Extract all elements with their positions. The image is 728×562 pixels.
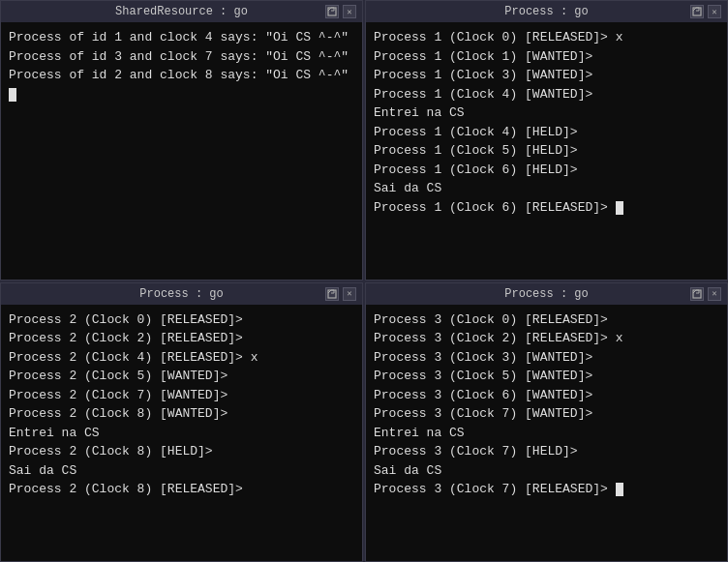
terminal-cursor — [616, 201, 623, 215]
terminal-line: Sai da CS — [374, 179, 719, 198]
terminal-line: Process 2 (Clock 8) [WANTED]> — [9, 404, 354, 424]
terminal-line: Process 3 (Clock 7) [WANTED]> — [374, 404, 719, 424]
close-button-shared-resource[interactable]: ✕ — [343, 5, 356, 18]
terminal-line: Process of id 1 and clock 4 says: "Oi CS… — [9, 28, 354, 47]
title-text-process1: Process : go — [374, 5, 719, 18]
terminal-line: Process 1 (Clock 6) [RELEASED]> — [374, 198, 719, 218]
terminal-panel-shared-resource: SharedResource : go✕Process of id 1 and … — [0, 0, 363, 281]
close-button-process2[interactable]: ✕ — [343, 287, 356, 301]
terminal-line: Sai da CS — [9, 461, 354, 481]
terminal-cursor — [616, 483, 623, 496]
titlebar-process1: Process : go✕ — [366, 1, 727, 22]
close-button-process3[interactable]: ✕ — [708, 287, 721, 301]
terminal-line: Process 2 (Clock 7) [WANTED]> — [9, 386, 354, 405]
terminal-line: Process 3 (Clock 6) [WANTED]> — [374, 386, 719, 405]
maximize-button-shared-resource[interactable] — [325, 5, 339, 18]
terminal-line: Process 3 (Clock 7) [RELEASED]> — [374, 480, 719, 499]
terminal-line: Sai da CS — [374, 461, 719, 481]
terminal-line: Process 1 (Clock 1) [WANTED]> — [374, 47, 719, 67]
terminal-cursor-line — [9, 85, 354, 104]
panel-controls-process2: ✕ — [325, 287, 356, 301]
panel-controls-process1: ✕ — [690, 5, 721, 18]
title-text-process2: Process : go — [9, 287, 354, 301]
terminal-line: Process 2 (Clock 2) [RELEASED]> — [9, 329, 354, 348]
terminal-line: Process 1 (Clock 4) [HELD]> — [374, 123, 719, 142]
terminal-line: Entrei na CS — [374, 424, 719, 443]
title-text-shared-resource: SharedResource : go — [9, 5, 354, 18]
terminal-line: Process 2 (Clock 4) [RELEASED]> x — [9, 348, 354, 368]
terminal-line: Process 1 (Clock 4) [WANTED]> — [374, 85, 719, 104]
terminal-panel-process1: Process : go✕Process 1 (Clock 0) [RELEAS… — [365, 0, 728, 281]
terminal-line: Process 3 (Clock 3) [WANTED]> — [374, 348, 719, 368]
terminal-line: Process 3 (Clock 7) [HELD]> — [374, 442, 719, 461]
panel-controls-shared-resource: ✕ — [325, 5, 356, 18]
panel-controls-process3: ✕ — [690, 287, 721, 301]
terminal-line: Process 2 (Clock 5) [WANTED]> — [9, 367, 354, 386]
terminal-line: Process 1 (Clock 0) [RELEASED]> x — [374, 28, 719, 47]
terminal-cursor — [9, 88, 16, 102]
terminal-line: Process 2 (Clock 8) [RELEASED]> — [9, 480, 354, 499]
maximize-button-process3[interactable] — [690, 287, 704, 301]
terminal-line: Process 3 (Clock 0) [RELEASED]> — [374, 311, 719, 330]
terminal-line: Process 1 (Clock 3) [WANTED]> — [374, 66, 719, 85]
terminal-line: Entrei na CS — [9, 424, 354, 443]
terminal-line: Entrei na CS — [374, 104, 719, 123]
terminal-content-shared-resource: Process of id 1 and clock 4 says: "Oi CS… — [1, 22, 362, 280]
terminal-line: Process 3 (Clock 5) [WANTED]> — [374, 367, 719, 386]
terminal-line: Process 2 (Clock 0) [RELEASED]> — [9, 311, 354, 330]
terminal-panel-process3: Process : go✕Process 3 (Clock 0) [RELEAS… — [365, 282, 728, 563]
maximize-button-process2[interactable] — [325, 287, 339, 301]
terminal-content-process2: Process 2 (Clock 0) [RELEASED]>Process 2… — [1, 305, 362, 562]
maximize-button-process1[interactable] — [690, 5, 704, 18]
terminal-line: Process 1 (Clock 5) [HELD]> — [374, 141, 719, 161]
terminal-line: Process of id 2 and clock 8 says: "Oi CS… — [9, 66, 354, 85]
terminal-line: Process 3 (Clock 2) [RELEASED]> x — [374, 329, 719, 348]
titlebar-process3: Process : go✕ — [366, 283, 727, 305]
terminal-line: Process of id 3 and clock 7 says: "Oi CS… — [9, 47, 354, 67]
terminal-panel-process2: Process : go✕Process 2 (Clock 0) [RELEAS… — [0, 282, 363, 563]
close-button-process1[interactable]: ✕ — [708, 5, 721, 18]
titlebar-shared-resource: SharedResource : go✕ — [1, 1, 362, 22]
title-text-process3: Process : go — [374, 287, 719, 301]
terminal-line: Process 2 (Clock 8) [HELD]> — [9, 442, 354, 461]
terminal-content-process1: Process 1 (Clock 0) [RELEASED]> xProcess… — [366, 22, 727, 280]
titlebar-process2: Process : go✕ — [1, 283, 362, 305]
terminal-line: Process 1 (Clock 6) [HELD]> — [374, 161, 719, 180]
terminal-content-process3: Process 3 (Clock 0) [RELEASED]>Process 3… — [366, 305, 727, 562]
main-grid: SharedResource : go✕Process of id 1 and … — [0, 0, 728, 562]
